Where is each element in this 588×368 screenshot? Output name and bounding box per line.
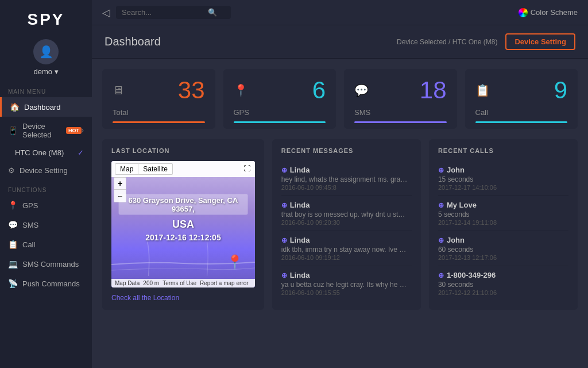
color-wheel-icon <box>519 8 528 17</box>
map-tab-button[interactable]: Map <box>115 163 138 175</box>
call-item[interactable]: ⊕ 1-800-349-296 30 seconds 2017-12-12 21… <box>438 266 568 301</box>
calls-panel-title: RECENT CALLS <box>438 147 568 154</box>
content-area: 🖥 33 Total 📍 6 GPS 💬 18 SMS 📋 9 Call <box>92 59 588 368</box>
sidebar-device-setting-label: Device Setting <box>20 166 68 175</box>
page-header: Dashboard Device Selected / HTC One (M8)… <box>92 25 588 59</box>
message-text: idk tbh, imma try n stay away now. Ive h… <box>281 246 408 254</box>
stat-card-call: 📋 9 Call <box>465 69 578 129</box>
zoom-in-button[interactable]: + <box>114 177 126 190</box>
message-item[interactable]: ⊕ Linda that boy is so messed up. why dn… <box>281 196 412 231</box>
map-data-label: Map Data <box>115 280 140 286</box>
sidebar-sms-label: SMS <box>22 221 38 229</box>
calls-list: ⊕ John 15 seconds 2017-12-17 14:10:06 ⊕ … <box>438 161 568 301</box>
map-terms: Terms of Use <box>163 280 196 286</box>
map-toolbar: Map Satellite <box>111 161 255 177</box>
call-duration: 30 seconds <box>438 281 568 289</box>
message-time: 2016-06-10 09:19:12 <box>281 254 412 261</box>
message-sender: ⊕ Linda <box>281 271 412 279</box>
message-time: 2016-06-10 09:20:30 <box>281 219 412 226</box>
device-name-item[interactable]: HTC One (M8) ✓ <box>0 144 92 161</box>
call-duration: 15 seconds <box>438 175 568 183</box>
sidebar-item-dashboard[interactable]: 🏠 Dashboard <box>0 97 92 117</box>
search-input[interactable] <box>122 8 208 17</box>
device-setting-button[interactable]: Device Setting <box>505 33 575 50</box>
call-contact: ⊕ John <box>438 166 568 174</box>
functions-label: FUNCTIONS <box>0 180 92 195</box>
messages-panel: RECENT MESSAGES ⊕ Linda hey lind, whats … <box>272 139 421 310</box>
call-icon: 📋 <box>8 240 18 249</box>
satellite-tab-button[interactable]: Satellite <box>138 163 173 175</box>
stat-value: 33 <box>178 78 205 102</box>
call-item[interactable]: ⊕ John 60 seconds 2017-12-13 12:17:06 <box>438 231 568 266</box>
main-content: ◁ 🔍 Color Scheme Dashboard Device Select… <box>92 0 588 368</box>
stat-bar <box>475 121 568 123</box>
stat-value: 9 <box>554 78 567 102</box>
settings-icon: ⚙ <box>8 166 15 175</box>
stat-card-header: 💬 18 <box>354 78 447 102</box>
message-item[interactable]: ⊕ Linda hey lind, whats the assignment m… <box>281 161 412 196</box>
stat-card-header: 📍 6 <box>234 78 326 102</box>
map-panel: LAST LOCATION Map Satellit <box>102 139 264 310</box>
call-time: 2017-12-14 19:11:08 <box>438 219 568 226</box>
contact-icon: ⊕ <box>281 201 287 209</box>
message-sender: ⊕ Linda <box>281 166 412 174</box>
check-location-link[interactable]: Check all the Location <box>111 294 179 302</box>
main-menu-label: MAIN MENU <box>0 82 92 97</box>
calls-panel: RECENT CALLS ⊕ John 15 seconds 2017-12-1… <box>429 139 578 310</box>
panels-row: LAST LOCATION Map Satellit <box>102 139 578 310</box>
message-time: 2016-06-10 09:15:55 <box>281 289 412 296</box>
chevron-right-icon: › <box>82 126 84 135</box>
color-scheme-label: Color Scheme <box>531 8 578 17</box>
call-contact-icon: ⊕ <box>438 236 444 244</box>
call-duration: 5 seconds <box>438 210 568 218</box>
avatar-icon: 👤 <box>39 45 53 59</box>
sidebar-item-device-setting[interactable]: ⚙ Device Setting <box>0 161 92 180</box>
stat-value: 18 <box>420 78 447 102</box>
breadcrumb: Device Selected / HTC One (M8) <box>397 38 497 46</box>
map-fullscreen-button[interactable]: ⛶ <box>241 163 253 174</box>
map-footer: Map Data 200 m Terms of Use Report a map… <box>111 279 255 288</box>
call-item[interactable]: ⊕ My Love 5 seconds 2017-12-14 19:11:08 <box>438 196 568 231</box>
checkmark-icon: ✓ <box>78 148 84 157</box>
avatar: 👤 <box>33 39 59 64</box>
sidebar-item-push-commands[interactable]: 📡 Push Commands <box>0 274 92 293</box>
sms-commands-icon: 💻 <box>8 259 18 269</box>
call-contact: ⊕ My Love <box>438 201 568 209</box>
sidebar-item-sms[interactable]: 💬 SMS <box>0 215 92 235</box>
call-contact: ⊕ John <box>438 236 568 244</box>
sidebar-item-gps[interactable]: 📍 GPS <box>0 195 92 215</box>
call-item[interactable]: ⊕ John 15 seconds 2017-12-17 14:10:06 <box>438 161 568 196</box>
back-button[interactable]: ◁ <box>102 6 110 19</box>
message-sender: ⊕ Linda <box>281 201 412 209</box>
sms-icon: 💬 <box>8 220 18 229</box>
call-contact: ⊕ 1-800-349-296 <box>438 271 568 279</box>
sidebar-item-device-selected[interactable]: 📱 Device Selected HOT › <box>0 117 92 144</box>
message-text: hey lind, whats the assignment ms. grang… <box>281 175 408 183</box>
messages-list: ⊕ Linda hey lind, whats the assignment m… <box>281 161 412 301</box>
map-background: Map Satellite + − ⛶ 630 Grayson Drive, <box>111 161 255 288</box>
sidebar-push-commands-label: Push Commands <box>22 279 80 288</box>
hot-badge: HOT <box>66 127 82 134</box>
page-title: Dashboard <box>105 35 161 48</box>
stats-row: 🖥 33 Total 📍 6 GPS 💬 18 SMS 📋 9 Call <box>102 69 578 129</box>
stat-card-total: 🖥 33 Total <box>102 69 215 129</box>
gps-icon: 📍 <box>8 201 18 210</box>
sidebar-item-sms-commands[interactable]: 💻 SMS Commands <box>0 254 92 274</box>
message-item[interactable]: ⊕ Linda ya u betta cuz he legit cray. It… <box>281 266 412 301</box>
stat-value: 6 <box>312 78 326 102</box>
message-item[interactable]: ⊕ Linda idk tbh, imma try n stay away no… <box>281 231 412 266</box>
call-contact-icon: ⊕ <box>438 166 444 174</box>
call-time: 2017-12-12 21:10:06 <box>438 289 568 296</box>
map-container: Map Satellite + − ⛶ 630 Grayson Drive, <box>111 161 255 288</box>
stat-card-header: 📋 9 <box>475 78 568 102</box>
device-name-label: HTC One (M8) <box>15 148 64 157</box>
call-time: 2017-12-17 14:10:06 <box>438 184 568 191</box>
sidebar-item-call[interactable]: 📋 Call <box>0 235 92 254</box>
app-logo: SPY <box>0 0 92 34</box>
stat-card-gps: 📍 6 GPS <box>223 69 336 129</box>
user-avatar-section: 👤 demo ▾ <box>0 34 92 82</box>
messages-panel-title: RECENT MESSAGES <box>281 147 412 154</box>
stat-card-header: 🖥 33 <box>113 78 205 102</box>
stat-icon: 📋 <box>475 83 490 97</box>
color-scheme-button[interactable]: Color Scheme <box>519 8 578 17</box>
